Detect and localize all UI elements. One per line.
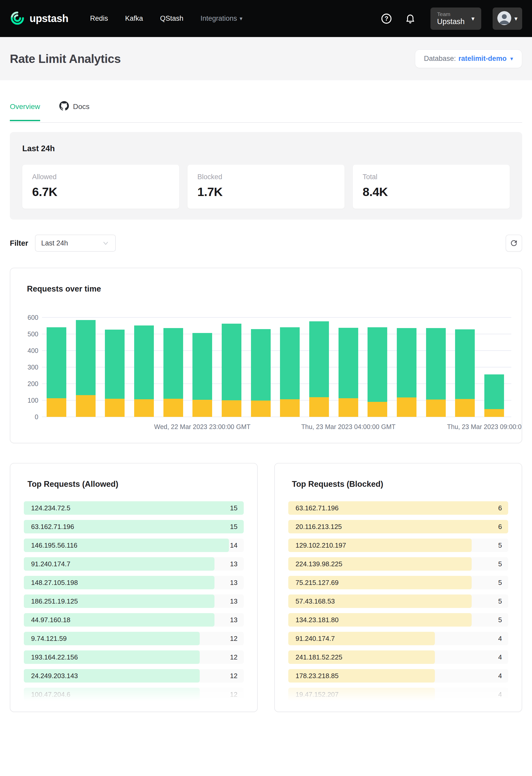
bar-blocked-segment <box>339 398 358 417</box>
top-requests-row: Top Requests (Allowed) 124.234.72.51563.… <box>10 463 522 712</box>
ip-address: 193.164.22.156 <box>31 653 78 661</box>
bar-allowed-segment <box>105 330 125 399</box>
bar-allowed-segment <box>339 328 358 398</box>
bar-blocked-segment <box>455 399 475 417</box>
database-selector[interactable]: Database: ratelimit-demo ▾ <box>415 49 522 68</box>
refresh-icon <box>510 239 518 247</box>
bar-allowed-segment <box>251 329 271 400</box>
bar-allowed-segment <box>309 321 329 397</box>
request-count: 13 <box>230 579 237 587</box>
allowed-table-row: 186.251.19.12513 <box>24 594 244 608</box>
chart-bars <box>42 318 511 417</box>
bar-blocked-segment <box>251 401 271 417</box>
nav-link-qstash[interactable]: QStash <box>160 14 183 22</box>
request-count: 6 <box>498 523 502 531</box>
bar-allowed-segment <box>426 328 446 400</box>
stat-label: Total <box>363 173 500 181</box>
ip-address: 20.116.213.125 <box>296 523 342 531</box>
allowed-table-row: 193.164.22.15612 <box>24 650 244 664</box>
stat-label: Blocked <box>197 173 335 181</box>
refresh-button[interactable] <box>506 235 522 252</box>
bar-blocked-segment <box>280 399 300 417</box>
y-axis-tick-label: 200 <box>27 380 38 388</box>
bar-allowed-segment <box>280 327 300 399</box>
y-axis-tick-label: 300 <box>27 364 38 371</box>
request-count: 12 <box>230 635 237 643</box>
database-name: ratelimit-demo <box>459 55 507 63</box>
bar-blocked-segment <box>134 399 154 417</box>
tab-overview[interactable]: Overview <box>10 103 40 121</box>
ip-address: 44.97.160.18 <box>31 616 70 624</box>
tab-docs[interactable]: Docs <box>59 101 90 122</box>
blocked-table-row: 91.240.174.74 <box>288 632 508 645</box>
bar-blocked-segment <box>484 409 504 417</box>
request-count: 13 <box>230 616 237 624</box>
account-menu-button[interactable]: ▾ <box>493 7 522 30</box>
stats-panel: Last 24h Allowed 6.7K Blocked 1.7K Total… <box>10 132 522 220</box>
avatar <box>497 11 511 26</box>
stacked-bar <box>76 320 96 417</box>
x-axis-tick-label: Thu, 23 Mar 2023 04:00:00 GMT <box>301 423 395 431</box>
request-count: 6 <box>498 504 502 512</box>
bar-allowed-segment <box>484 374 504 409</box>
ip-address: 24.249.203.143 <box>31 672 78 680</box>
ip-address: 63.162.71.196 <box>296 504 339 512</box>
stacked-bar <box>47 327 66 417</box>
bar-blocked-segment <box>163 399 183 417</box>
bar-allowed-segment <box>163 328 183 399</box>
bar-blocked-segment <box>426 400 446 417</box>
bar-blocked-segment <box>309 397 329 417</box>
stacked-bar <box>105 330 125 417</box>
y-axis-tick-label: 500 <box>27 330 38 338</box>
request-count: 4 <box>498 691 502 699</box>
upstash-brand[interactable]: upstash <box>10 11 68 27</box>
time-range-select[interactable]: Last 24h <box>35 235 116 252</box>
nav-link-redis[interactable]: Redis <box>90 14 108 22</box>
allowed-list: 124.234.72.51563.162.71.19615146.195.56.… <box>24 501 244 701</box>
nav-right: ? Team Upstash ▾ <box>380 7 522 30</box>
stacked-bar <box>309 321 329 417</box>
top-requests-blocked-card: Top Requests (Blocked) 63.162.71.196620.… <box>274 463 522 712</box>
stacked-bar <box>134 326 154 417</box>
table-title-allowed: Top Requests (Allowed) <box>27 479 244 489</box>
allowed-table-row: 91.240.174.713 <box>24 557 244 571</box>
ip-address: 57.43.168.53 <box>296 597 335 605</box>
bar-blocked-segment <box>192 400 212 417</box>
ip-address: 146.195.56.116 <box>31 541 77 549</box>
stat-value: 1.7K <box>197 185 335 199</box>
tab-docs-label: Docs <box>73 103 90 111</box>
chart-plot: Wed, 22 Mar 2023 23:00:00 GMTThu, 23 Mar… <box>42 318 511 417</box>
request-count: 5 <box>498 579 502 587</box>
request-count: 5 <box>498 616 502 624</box>
bar-allowed-segment <box>368 327 387 402</box>
request-count: 15 <box>230 504 237 512</box>
chevron-down-icon: ▾ <box>510 55 513 62</box>
team-label: Team <box>437 11 465 17</box>
help-button[interactable]: ? <box>380 12 393 25</box>
bar-allowed-segment <box>134 326 154 399</box>
stacked-bar <box>368 327 387 417</box>
stat-value: 6.7K <box>32 185 169 199</box>
blocked-table-row: 134.23.181.805 <box>288 613 508 627</box>
ip-address: 148.27.105.198 <box>31 579 78 587</box>
chevron-down-icon <box>102 239 110 247</box>
blocked-table-row: 241.181.52.2254 <box>288 650 508 664</box>
notifications-bell-button[interactable] <box>404 12 416 25</box>
chart-title: Requests over time <box>27 284 511 294</box>
nav-links: Redis Kafka QStash Integrations ▾ <box>90 14 242 22</box>
blocked-table-row: 178.23.218.854 <box>288 669 508 683</box>
svg-text:?: ? <box>384 15 388 22</box>
blocked-table-row: 75.215.127.695 <box>288 576 508 589</box>
top-requests-allowed-card: Top Requests (Allowed) 124.234.72.51563.… <box>10 463 258 712</box>
requests-over-time-card: Requests over time 0100200300400500600 W… <box>10 268 522 443</box>
y-axis-tick-label: 0 <box>35 413 38 421</box>
nav-link-integrations[interactable]: Integrations ▾ <box>200 14 242 22</box>
request-count: 4 <box>498 653 502 661</box>
y-axis-tick-label: 600 <box>27 314 38 321</box>
ip-address: 186.251.19.125 <box>31 597 78 605</box>
team-switcher-button[interactable]: Team Upstash ▾ <box>430 7 481 30</box>
allowed-table-row: 124.234.72.515 <box>24 501 244 515</box>
ip-address: 9.74.121.59 <box>31 635 66 643</box>
ip-address: 241.181.52.225 <box>296 653 342 661</box>
nav-link-kafka[interactable]: Kafka <box>125 14 143 22</box>
